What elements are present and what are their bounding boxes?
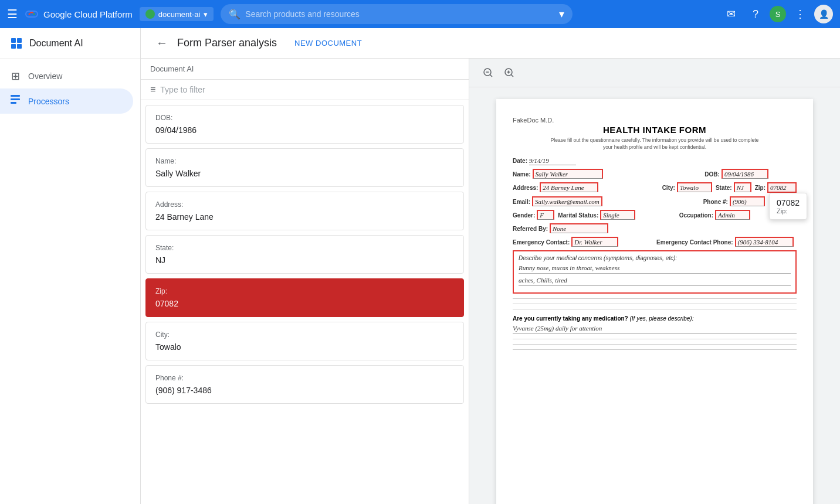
emergency-contact-label: Emergency Contact: [513,239,570,246]
svg-line-15 [512,75,514,77]
doc-zip-cell: Zip: 07082 [755,182,797,193]
gcp-logo-icon [25,7,39,21]
doc-email-cell: Email: Sally.walker@email.com [513,196,700,206]
filter-icon: ≡ [150,84,155,95]
field-label-phone: Phone #: [155,374,454,382]
doc-date-row: Date: 9/14/19 [513,157,797,165]
svg-rect-3 [17,38,22,43]
sidebar-item-label-processors: Processors [28,97,69,106]
brand: Google Cloud Platform [25,7,133,21]
field-card-dob[interactable]: DOB: 09/04/1986 [145,105,464,144]
new-document-button[interactable]: NEW DOCUMENT [294,39,362,47]
medical-concerns-line1: Runny nose, mucas in throat, weakness [519,264,791,274]
svg-rect-2 [11,38,16,43]
project-name: document-ai [158,10,201,19]
doc-subtitle: Please fill out the questionnaire carefu… [513,137,797,151]
field-label-state: State: [155,244,454,252]
back-button[interactable]: ← [153,34,171,53]
field-value-address: 24 Barney Lane [155,212,454,222]
phone-value: (906) [730,196,765,206]
field-value-state: NJ [155,256,454,265]
tooltip-popup: 07082 Zip: [769,193,807,220]
marital-label: Marital Status: [558,212,598,219]
search-dropdown-icon[interactable]: ▾ [559,8,564,21]
doc-name-dob-row: Name: Sally Walker DOB: 09/04/1986 [513,169,797,179]
medication-label-row: Are you currently taking any medication?… [513,315,797,322]
referred-value: None [550,223,608,233]
med-blank-2 [513,344,797,345]
doc-email-phone-row: Email: Sally.walker@email.com Phone #: (… [513,196,797,206]
doc-doctor: FakeDoc M.D. [513,117,797,124]
search-input[interactable] [245,9,552,19]
med-blank-3 [513,349,797,350]
svg-point-0 [29,13,31,15]
field-label-zip: Zip: [155,287,454,295]
sidebar-item-label-overview: Overview [28,71,62,81]
svg-rect-7 [11,98,20,100]
blank-line-2 [513,304,797,304]
field-label-dob: DOB: [155,114,454,122]
left-panel: Document AI ≡ DOB: 09/04/1986 Name: Sall… [141,59,469,504]
doc-city-cell: City: Towalo [662,182,712,192]
more-options-icon-button[interactable]: ⋮ [790,4,811,25]
project-selector[interactable]: document-ai ▾ [140,7,214,21]
zoom-out-button[interactable] [479,63,497,82]
field-card-address[interactable]: Address: 24 Barney Lane [145,192,464,230]
doc-emergency-phone-cell: Emergency Contact Phone: (906) 334-8104 [656,237,797,247]
zoom-in-button[interactable] [500,63,519,82]
field-label-address: Address: [155,200,454,209]
field-card-zip[interactable]: Zip: 07082 [145,278,464,317]
doc-viewer[interactable]: 07082 Zip: FakeDoc M.D. HEALTH INTAKE FO… [469,87,840,504]
name-value: Sally Walker [533,169,603,179]
zip-label: Zip: [755,185,766,191]
doc-emergency-cell: Emergency Contact: Dr. Walker [513,237,653,247]
medical-concerns-line2: aches, Chills, tired [519,277,791,286]
doc-page: 07082 Zip: FakeDoc M.D. HEALTH INTAKE FO… [496,99,813,504]
emergency-phone-label: Emergency Contact Phone: [656,239,733,246]
top-nav: ☰ Google Cloud Platform document-ai ▾ 🔍 … [0,0,840,28]
address-label: Address: [513,185,538,191]
sidebar-item-overview[interactable]: ⊞ Overview [0,64,133,88]
field-card-name[interactable]: Name: Sally Walker [145,148,464,187]
hamburger-icon[interactable]: ☰ [7,7,18,21]
search-bar[interactable]: 🔍 ▾ [221,4,573,24]
field-card-state[interactable]: State: NJ [145,235,464,274]
filter-input[interactable] [160,85,459,94]
right-panel: 07082 Zip: FakeDoc M.D. HEALTH INTAKE FO… [469,59,840,504]
svg-point-1 [33,13,35,15]
field-label-city: City: [155,331,454,339]
doc-address-cell: Address: 24 Barney Lane [513,182,659,192]
emergency-phone-value: (906) 334-8104 [735,237,794,247]
doc-dob-cell: DOB: 09/04/1986 [704,169,797,179]
product-icon [9,36,23,50]
medication-label: Are you currently taking any medication? [513,315,628,322]
gender-label: Gender: [513,212,535,219]
svg-rect-4 [11,44,16,49]
doc-marital-cell: Marital Status: Single [558,210,675,220]
user-badge[interactable]: S [770,6,786,22]
marital-value: Single [600,210,635,220]
doc-title: HEALTH INTAKE FORM [513,125,797,135]
two-panel: Document AI ≡ DOB: 09/04/1986 Name: Sall… [141,59,840,504]
breadcrumb: Document AI [150,64,194,73]
medical-concerns-box: Describe your medical concerns (symptoms… [513,250,797,294]
fields-list: DOB: 09/04/1986 Name: Sally Walker Addre… [141,100,469,504]
email-label: Email: [513,199,530,205]
project-dot-icon [145,9,155,19]
doc-referred-cell: Referred By: None [513,223,797,233]
field-value-phone: (906) 917-3486 [155,386,454,395]
field-card-phone[interactable]: Phone #: (906) 917-3486 [145,365,464,404]
sidebar-nav: ⊞ Overview Processors [0,59,140,118]
doc-date-cell: Date: 9/14/19 [513,157,576,165]
field-value-zip: 07082 [155,299,454,308]
field-value-dob: 09/04/1986 [155,125,454,135]
city-value: Towalo [677,182,712,192]
doc-state-cell: State: NJ [716,182,751,192]
sidebar-item-processors[interactable]: Processors [0,88,133,114]
email-icon-button[interactable]: ✉ [720,4,741,25]
avatar[interactable]: 👤 [814,5,833,23]
field-card-city[interactable]: City: Towalo [145,322,464,360]
help-icon-button[interactable]: ? [745,4,766,25]
doc-gender-cell: Gender: F [513,210,554,220]
occupation-label: Occupation: [679,212,713,219]
